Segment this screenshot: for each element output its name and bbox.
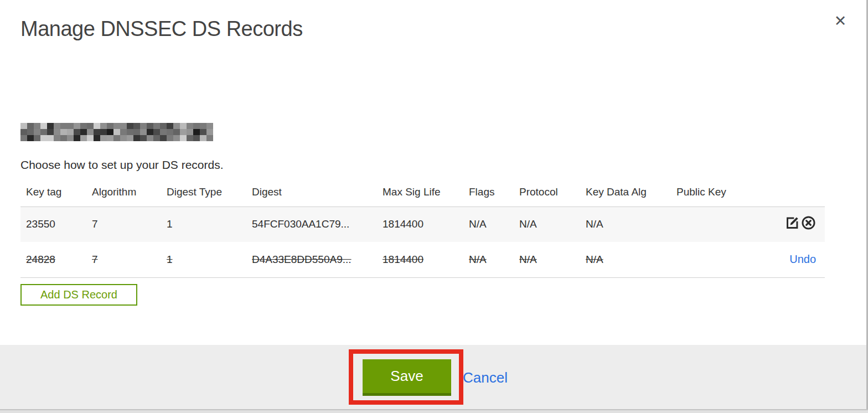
table-row-deleted: 24828 7 1 D4A33E8DD550A9... 1814400 N/A … [20,242,825,277]
cell-key-tag: 24828 [20,242,86,277]
delete-icon[interactable] [801,215,816,230]
dnssec-modal: ✕ Manage DNSSEC DS Records Choose how to… [0,0,868,413]
col-header-flags: Flags [463,178,514,206]
window-bottom-strip [0,410,868,413]
col-header-protocol: Protocol [514,178,580,206]
cell-flags: N/A [463,206,514,242]
col-header-key-data-alg: Key Data Alg [580,178,671,206]
cell-algorithm: 7 [86,206,161,242]
edit-icon[interactable] [785,215,800,230]
save-button[interactable]: Save [363,359,451,396]
col-header-max-sig-life: Max Sig Life [377,178,463,206]
col-header-algorithm: Algorithm [86,178,161,206]
cell-flags: N/A [463,242,514,277]
cell-max-sig-life: 1814400 [377,206,463,242]
table-row: 23550 7 1 54FCF030AA1C79... 1814400 N/A … [20,206,825,242]
cell-protocol: N/A [514,242,580,277]
cell-digest-type: 1 [161,242,246,277]
cell-key-data-alg: N/A [580,206,671,242]
cell-max-sig-life: 1814400 [377,242,463,277]
col-header-actions [765,178,825,206]
cancel-link[interactable]: Cancel [463,369,508,386]
cell-digest-type: 1 [161,206,246,242]
modal-footer: Save Cancel [0,345,868,413]
undo-link[interactable]: Undo [789,253,816,265]
col-header-digest: Digest [246,178,377,206]
add-ds-record-button[interactable]: Add DS Record [20,284,137,306]
col-header-public-key: Public Key [671,178,765,206]
row-actions [765,206,825,242]
page-title: Manage DNSSEC DS Records [20,17,868,41]
cell-key-data-alg: N/A [580,242,671,277]
cell-protocol: N/A [514,206,580,242]
cell-public-key [671,242,765,277]
row-actions: Undo [765,242,825,277]
cell-algorithm: 7 [86,242,161,277]
close-icon[interactable]: ✕ [830,11,850,31]
cell-digest: 54FCF030AA1C79... [246,206,377,242]
cell-key-tag: 23550 [20,206,86,242]
cell-public-key [671,206,765,242]
ds-records-table: Key tag Algorithm Digest Type Digest Max… [20,178,825,278]
cell-digest: D4A33E8DD550A9... [246,242,377,277]
col-header-key-tag: Key tag [20,178,86,206]
col-header-digest-type: Digest Type [161,178,246,206]
table-header-row: Key tag Algorithm Digest Type Digest Max… [20,178,825,206]
instruction-text: Choose how to set up your DS records. [20,158,868,172]
modal-content: Manage DNSSEC DS Records Choose how to s… [0,0,868,306]
redacted-domain-name [20,123,213,141]
